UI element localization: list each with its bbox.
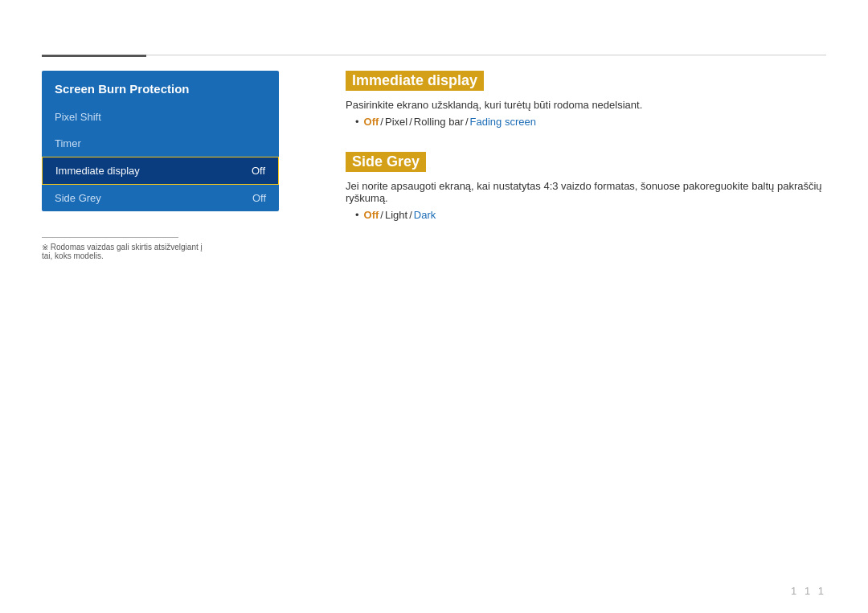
menu-item-label: Side Grey — [55, 192, 101, 204]
panel-title: Screen Burn Protection — [42, 71, 279, 104]
section-description-side-grey: Jei norite apsaugoti ekraną, kai nustaty… — [346, 180, 826, 204]
opt-off: Off — [364, 116, 379, 128]
section-options-side-grey: Off / Light / Dark — [346, 209, 826, 221]
menu-item-label: Immediate display — [55, 165, 140, 177]
opt-rolling-bar: Rolling bar — [414, 116, 464, 128]
menu-item-label: Timer — [55, 137, 81, 149]
section-immediate-display: Immediate display Pasirinkite ekrano užs… — [346, 71, 826, 128]
section-title-immediate-display: Immediate display — [346, 71, 484, 91]
opt-pixel: Pixel — [385, 116, 407, 128]
right-content-area: Immediate display Pasirinkite ekrano užs… — [346, 71, 826, 245]
menu-item-pixel-shift[interactable]: Pixel Shift — [42, 104, 279, 130]
menu-item-label: Pixel Shift — [55, 111, 101, 123]
opt-off-2: Off — [364, 209, 379, 221]
footnote-area: ※ Rodomas vaizdas gali skirtis atsižvelg… — [42, 237, 203, 260]
menu-item-value: Off — [252, 165, 265, 177]
footnote-divider — [42, 237, 178, 238]
opt-dark: Dark — [414, 209, 436, 221]
section-options-immediate-display: Off / Pixel / Rolling bar / Fading scree… — [346, 116, 826, 128]
divider-line — [42, 55, 826, 55]
section-description-immediate-display: Pasirinkite ekrano užsklandą, kuri turėt… — [346, 99, 826, 111]
menu-item-value: Off — [252, 192, 266, 204]
menu-item-side-grey[interactable]: Side Grey Off — [42, 185, 279, 211]
section-title-side-grey: Side Grey — [346, 152, 426, 172]
page-number: 1 1 1 — [791, 585, 826, 597]
divider-accent — [42, 55, 146, 57]
menu-item-immediate-display[interactable]: Immediate display Off — [42, 157, 279, 185]
menu-item-timer[interactable]: Timer — [42, 130, 279, 157]
left-menu-panel: Screen Burn Protection Pixel Shift Timer… — [42, 71, 279, 211]
section-side-grey: Side Grey Jei norite apsaugoti ekraną, k… — [346, 152, 826, 221]
footnote-text: ※ Rodomas vaizdas gali skirtis atsižvelg… — [42, 243, 203, 260]
opt-light: Light — [385, 209, 407, 221]
opt-fading-screen: Fading screen — [470, 116, 536, 128]
